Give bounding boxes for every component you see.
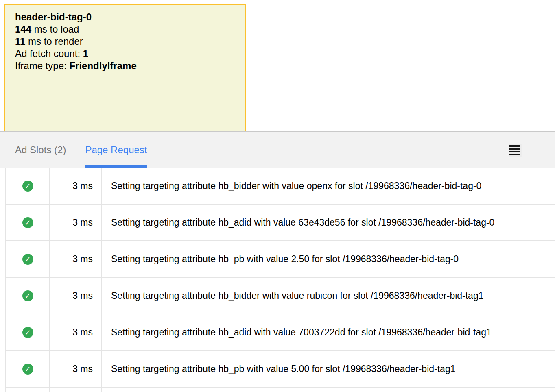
status-cell: ✓	[6, 205, 50, 240]
time-cell: 3 ms	[50, 241, 102, 277]
table-row[interactable]: ✓ 3 ms Setting targeting attribute hb_pb…	[6, 241, 555, 278]
time-cell: 3 ms	[50, 351, 102, 387]
render-time-label: ms to render	[25, 36, 83, 47]
fetch-count-label: Ad fetch count:	[15, 48, 83, 59]
check-circle-icon: ✓	[22, 327, 33, 338]
table-row-partial	[6, 388, 555, 392]
load-time-label: ms to load	[31, 24, 79, 35]
message-cell: Setting targeting attribute hb_bidder wi…	[102, 168, 555, 204]
tab-page-request[interactable]: Page Request	[85, 132, 147, 168]
table-row[interactable]: ✓ 3 ms Setting targeting attribute hb_bi…	[6, 278, 555, 314]
list-menu-icon[interactable]	[509, 144, 522, 157]
table-row[interactable]: ✓ 3 ms Setting targeting attribute hb_pb…	[6, 351, 555, 388]
slot-info-panel: header-bid-tag-0 144 ms to load 11 ms to…	[4, 4, 246, 131]
menu-bar	[509, 145, 520, 147]
time-cell	[50, 388, 102, 392]
slot-fetch-count: Ad fetch count: 1	[15, 48, 235, 60]
check-circle-icon: ✓	[22, 217, 33, 228]
check-circle-icon: ✓	[22, 364, 33, 375]
iframe-type-label: Iframe type:	[15, 60, 69, 71]
render-time-value: 11	[15, 36, 25, 47]
message-cell: Setting targeting attribute hb_bidder wi…	[102, 278, 555, 314]
tab-page-request-label: Page Request	[85, 144, 147, 156]
slot-render-time: 11 ms to render	[15, 35, 235, 48]
time-cell: 3 ms	[50, 314, 102, 350]
time-cell: 3 ms	[50, 205, 102, 240]
page-top-area: header-bid-tag-0 144 ms to load 11 ms to…	[0, 0, 555, 131]
slot-iframe-type: Iframe type: FriendlyIframe	[15, 60, 235, 72]
status-cell: ✓	[6, 241, 50, 277]
message-cell: Setting targeting attribute hb_adid with…	[102, 314, 555, 350]
time-cell: 3 ms	[50, 168, 102, 204]
table-row[interactable]: ✓ 3 ms Setting targeting attribute hb_ad…	[6, 205, 555, 241]
iframe-type-value: FriendlyIframe	[69, 60, 136, 71]
message-cell: Setting targeting attribute hb_pb with v…	[102, 351, 555, 387]
status-cell: ✓	[6, 168, 50, 204]
page-request-log-table: ✓ 3 ms Setting targeting attribute hb_bi…	[5, 168, 555, 392]
slot-title-text: header-bid-tag-0	[15, 11, 92, 22]
status-cell: ✓	[6, 314, 50, 350]
check-circle-icon: ✓	[22, 290, 33, 301]
tab-ad-slots[interactable]: Ad Slots (2)	[15, 132, 66, 168]
load-time-value: 144	[15, 24, 31, 35]
slot-load-time: 144 ms to load	[15, 23, 235, 35]
menu-bar	[509, 151, 520, 152]
status-cell	[6, 388, 50, 392]
check-circle-icon: ✓	[22, 181, 33, 192]
status-cell: ✓	[6, 351, 50, 387]
console-tab-bar: Ad Slots (2) Page Request	[0, 131, 555, 168]
check-circle-icon: ✓	[22, 254, 33, 265]
menu-bar	[509, 154, 520, 155]
message-cell: Setting targeting attribute hb_adid with…	[102, 205, 555, 240]
tab-ad-slots-label: Ad Slots (2)	[15, 144, 66, 156]
message-cell: Setting targeting attribute hb_pb with v…	[102, 241, 555, 277]
fetch-count-value: 1	[83, 48, 88, 59]
status-cell: ✓	[6, 278, 50, 314]
table-row[interactable]: ✓ 3 ms Setting targeting attribute hb_ad…	[6, 314, 555, 351]
active-tab-indicator	[85, 165, 147, 168]
time-cell: 3 ms	[50, 278, 102, 314]
menu-bar	[509, 148, 520, 150]
slot-title: header-bid-tag-0	[15, 11, 235, 23]
message-cell	[102, 388, 555, 392]
table-row[interactable]: ✓ 3 ms Setting targeting attribute hb_bi…	[6, 168, 555, 205]
